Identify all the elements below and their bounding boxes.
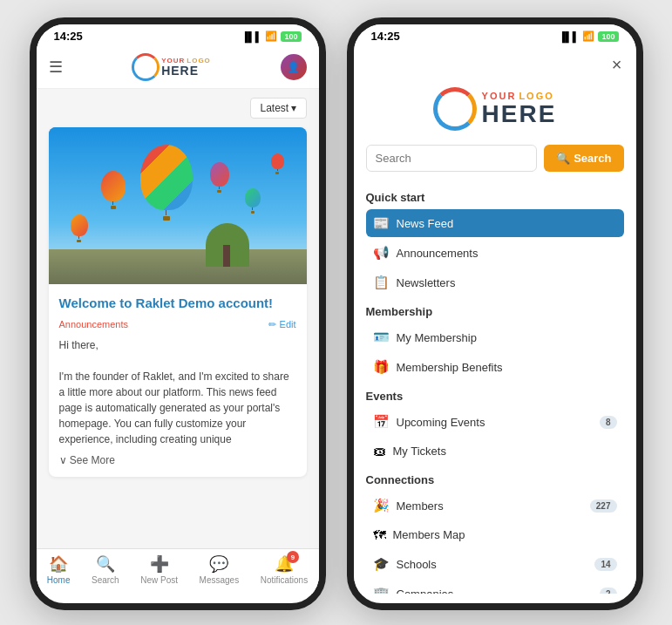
members-label: Members	[397, 499, 444, 513]
nav-new-post-label: New Post	[140, 575, 178, 585]
post-card: Welcome to Raklet Demo account! Announce…	[49, 127, 307, 477]
main-balloon	[140, 145, 193, 221]
newsletters-label: Newsletters	[397, 276, 456, 289]
menu-my-membership[interactable]: 🪪 My Membership	[366, 323, 624, 351]
close-button[interactable]: ×	[612, 55, 622, 75]
status-bar-1: 14:25 ▐▌▌ 📶 100	[37, 24, 319, 46]
signal-icon: ▐▌▌	[241, 31, 261, 42]
filter-row: Latest ▾	[49, 98, 307, 119]
nav-new-post[interactable]: ➕ New Post	[140, 554, 178, 585]
status-time-1: 14:25	[54, 30, 83, 43]
news-feed-label: News Feed	[397, 217, 454, 230]
members-map-icon: 🗺	[373, 527, 386, 542]
signal-icon-2: ▐▌▌	[559, 31, 579, 42]
feed-area[interactable]: Latest ▾	[37, 89, 319, 548]
balloon-rope-2	[112, 201, 113, 205]
balloon-basket	[163, 216, 170, 221]
menu-companies[interactable]: 🏢 Companies 2	[366, 580, 624, 594]
section-membership: Membership	[366, 305, 624, 318]
phone2-content: × YOUR LOGO HERE 🔍 Search Quick s	[354, 46, 636, 594]
menu-members-map[interactable]: 🗺 Members Map	[366, 521, 624, 548]
search-button[interactable]: 🔍 Search	[544, 145, 623, 172]
menu-members[interactable]: 🎉 Members 227	[366, 492, 624, 520]
messages-icon: 💬	[209, 554, 228, 574]
notification-badge: 9	[287, 551, 299, 563]
menu-my-tickets[interactable]: 🎟 My Tickets	[366, 438, 624, 465]
nav-notifications-label: Notifications	[261, 575, 308, 585]
hamburger-icon[interactable]: ☰	[49, 58, 63, 77]
see-more-button[interactable]: ∨ See More	[59, 454, 296, 466]
status-time-2: 14:25	[371, 30, 400, 43]
home-icon: 🏠	[49, 554, 68, 574]
menu-logo-logo: LOGO	[519, 91, 553, 101]
menu-logo-your: YOUR	[482, 91, 517, 101]
menu-schools[interactable]: 🎓 Schools 14	[366, 550, 624, 578]
section-connections: Connections	[366, 473, 624, 486]
schools-label: Schools	[397, 558, 437, 571]
nav-home[interactable]: 🏠 Home	[47, 554, 71, 585]
bottom-nav: 🏠 Home 🔍 Search ➕ New Post 💬 Messages 🔔 …	[37, 548, 319, 594]
balloon-3	[210, 162, 229, 193]
section-quick-start: Quick start	[366, 191, 624, 204]
search-btn-label: Search	[574, 152, 611, 165]
menu-scroll[interactable]: Quick start 📰 News Feed 📢 Announcements …	[354, 182, 636, 594]
menu-my-tickets-left: 🎟 My Tickets	[373, 444, 446, 459]
phone1-content: ☰ YOUR LOGO HERE 👤 Latest ▾	[37, 46, 319, 594]
phone-2: 14:25 ▐▌▌ 📶 100 × YOUR LOGO HERE	[347, 17, 643, 610]
news-feed-icon: 📰	[373, 215, 390, 231]
battery-2: 100	[598, 31, 618, 42]
menu-schools-left: 🎓 Schools	[373, 556, 437, 572]
post-text: Hi there,I'm the founder of Raklet, and …	[59, 337, 296, 447]
user-avatar[interactable]: 👤	[281, 54, 307, 80]
post-edit-button[interactable]: ✏ Edit	[268, 319, 295, 330]
menu-logo-text: YOUR LOGO HERE	[482, 91, 557, 128]
menu-my-membership-left: 🪪 My Membership	[373, 329, 477, 345]
upcoming-events-badge: 8	[600, 416, 617, 429]
menu-newsletters-left: 📋 Newsletters	[373, 275, 456, 290]
post-body: Welcome to Raklet Demo account! Announce…	[49, 284, 307, 477]
app-logo: YOUR LOGO HERE	[132, 53, 211, 81]
search-icon: 🔍	[96, 554, 115, 574]
balloon-2	[101, 171, 126, 209]
search-row: 🔍 Search	[354, 145, 636, 182]
phone-1: 14:25 ▐▌▌ 📶 100 ☰ YOUR LOGO HERE 👤	[30, 17, 326, 610]
balloon-4	[245, 188, 261, 214]
nav-messages[interactable]: 💬 Messages	[200, 554, 240, 585]
menu-members-left: 🎉 Members	[373, 498, 444, 513]
balloon-6	[271, 153, 284, 174]
new-post-icon: ➕	[150, 554, 169, 574]
balloon-rope-5	[78, 236, 79, 239]
status-bar-2: 14:25 ▐▌▌ 📶 100	[354, 24, 636, 46]
menu-upcoming-events[interactable]: 📅 Upcoming Events 8	[366, 408, 624, 436]
balloon-rope-3	[219, 187, 220, 189]
my-membership-icon: 🪪	[373, 329, 390, 345]
terrain	[49, 249, 307, 284]
battery-1: 100	[281, 31, 301, 42]
menu-membership-benefits[interactable]: 🎁 Membership Benefits	[366, 353, 624, 381]
balloon-scene	[49, 127, 307, 284]
menu-news-feed-left: 📰 News Feed	[373, 215, 454, 231]
wifi-icon: 📶	[265, 31, 277, 42]
menu-companies-left: 🏢 Companies	[373, 586, 454, 594]
balloon-rope-4	[252, 207, 253, 210]
close-row: ×	[354, 46, 636, 78]
balloon-basket-6	[275, 172, 279, 174]
logo-text: YOUR LOGO HERE	[161, 58, 211, 77]
section-events: Events	[366, 390, 624, 403]
nav-search[interactable]: 🔍 Search	[92, 554, 119, 585]
post-category[interactable]: Announcements	[59, 319, 129, 329]
app-header: ☰ YOUR LOGO HERE 👤	[37, 46, 319, 89]
companies-badge: 2	[600, 588, 617, 594]
menu-newsletters[interactable]: 📋 Newsletters	[366, 268, 624, 296]
menu-announcements[interactable]: 📢 Announcements	[366, 239, 624, 267]
menu-news-feed[interactable]: 📰 News Feed	[366, 209, 624, 237]
filter-button[interactable]: Latest ▾	[250, 98, 306, 119]
search-input[interactable]	[366, 145, 538, 172]
menu-announcements-left: 📢 Announcements	[373, 245, 479, 261]
upcoming-events-icon: 📅	[373, 414, 390, 430]
companies-label: Companies	[397, 588, 454, 594]
menu-upcoming-events-left: 📅 Upcoming Events	[373, 414, 485, 430]
nav-notifications[interactable]: 🔔 9 Notifications	[261, 554, 308, 585]
wifi-icon-2: 📶	[582, 31, 594, 42]
membership-benefits-icon: 🎁	[373, 359, 390, 375]
